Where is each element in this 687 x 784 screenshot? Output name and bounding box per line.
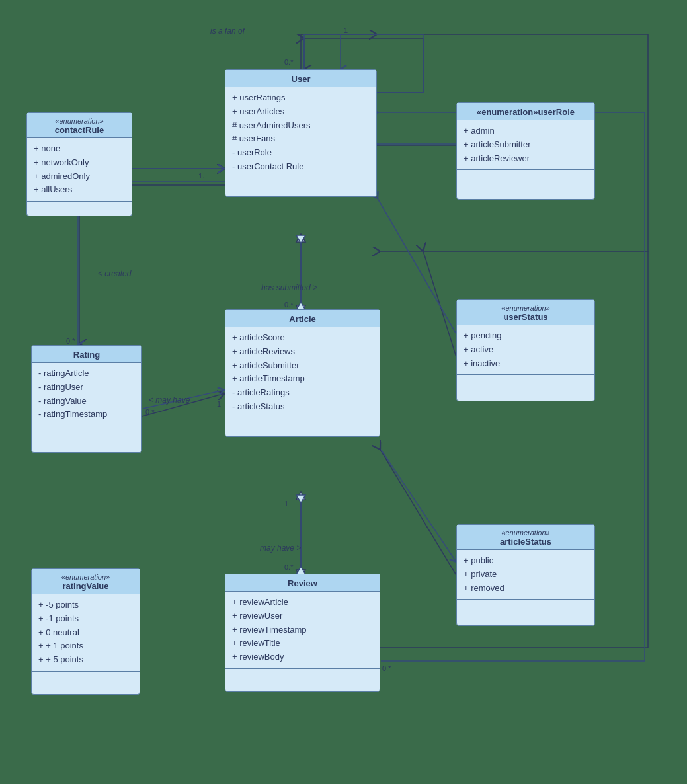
svg-line-14 — [423, 251, 456, 357]
rev-attr-2: + reviewUser — [232, 609, 373, 623]
may-have-2-label: may have > — [260, 543, 301, 553]
contact-rule-header: «enumeration» contactRule — [27, 113, 132, 138]
contact-rule-name: contactRule — [32, 125, 126, 135]
rv-name: ratingValue — [37, 581, 134, 591]
article-class-body: + articleScore + articleReviews + articl… — [225, 327, 380, 418]
user-attr-4: # userFans — [232, 132, 370, 146]
mult-0star-review: 0.* — [284, 563, 293, 571]
rv-body: + -5 points + -1 points + 0 neutral + + … — [32, 594, 140, 671]
as-footer — [457, 599, 594, 625]
cr-attr-1: + none — [34, 142, 125, 156]
svg-line-13 — [380, 450, 456, 575]
svg-line-26 — [381, 450, 456, 562]
created-label: < created — [98, 269, 131, 278]
contact-rule-class: «enumeration» contactRule + none + netwo… — [26, 112, 132, 216]
review-body: + reviewArticle + reviewUser + reviewTim… — [225, 592, 380, 668]
rat-attr-1: - ratingArticle — [38, 367, 135, 381]
rv-attr-1: + -5 points — [38, 598, 133, 612]
us-attr-2: + active — [464, 343, 588, 357]
art-attr-1: + articleScore — [232, 331, 373, 345]
rat-attr-4: - ratingTimestamp — [38, 408, 135, 422]
user-role-header: «enumeration»userRole — [457, 103, 594, 120]
article-status-header: «enumeration» articleStatus — [457, 525, 594, 550]
rv-attr-4: + + 1 points — [38, 639, 133, 653]
rat-attr-3: - ratingValue — [38, 395, 135, 409]
contact-rule-stereotype: «enumeration» — [32, 117, 126, 125]
rating-body: - ratingArticle - ratingUser - ratingVal… — [32, 363, 141, 426]
us-attr-1: + pending — [464, 329, 588, 343]
as-attr-1: + public — [464, 554, 588, 568]
user-role-body: + admin + articleSubmitter + articleRevi… — [457, 120, 594, 169]
rev-attr-4: + reviewTitle — [232, 637, 373, 650]
article-status-body: + public + private + removed — [457, 550, 594, 599]
article-footer — [225, 418, 380, 436]
as-attr-2: + private — [464, 568, 588, 582]
has-submitted-label: has submitted > — [261, 283, 317, 292]
mult-1-selfref: 1 — [344, 26, 348, 34]
rv-footer — [32, 671, 140, 694]
rat-footer — [32, 426, 141, 452]
ur-footer — [457, 169, 594, 199]
rv-attr-5: + + 5 points — [38, 653, 133, 667]
user-attr-5: - userRole — [232, 146, 370, 160]
review-footer — [225, 668, 380, 691]
user-class-body: + userRatings + userArticles # userAdmir… — [225, 87, 376, 178]
rv-attr-2: + -1 points — [38, 612, 133, 626]
article-class-name: Article — [231, 314, 374, 324]
cr-footer — [27, 201, 132, 216]
mult-0star-selfref: 0.* — [284, 58, 293, 66]
rev-attr-3: + reviewTimestamp — [232, 623, 373, 637]
rev-attr-5: + reviewBody — [232, 650, 373, 664]
ur-attr-1: + admin — [464, 124, 588, 138]
article-status-class: «enumeration» articleStatus + public + p… — [456, 524, 595, 626]
rating-header: Rating — [32, 346, 141, 363]
article-status-name: articleStatus — [462, 537, 589, 547]
is-a-fan-of-label: is a fan of — [210, 26, 245, 36]
rev-attr-1: + reviewArticle — [232, 596, 373, 609]
rating-value-class: «enumeration» ratingValue + -5 points + … — [31, 568, 140, 695]
svg-line-27 — [378, 198, 456, 334]
us-footer — [457, 374, 594, 401]
review-name: Review — [231, 578, 374, 588]
user-class-footer — [225, 178, 376, 196]
review-class: Review + reviewArticle + reviewUser + re… — [225, 574, 380, 692]
user-role-stereotype-name: «enumeration»userRole — [462, 107, 589, 117]
us-attr-3: + inactive — [464, 357, 588, 371]
cr-attr-3: + admiredOnly — [34, 170, 125, 184]
user-attr-1: + userRatings — [232, 91, 370, 105]
cr-attr-4: + allUsers — [34, 183, 125, 197]
mult-1-mayh: 1 — [217, 400, 221, 408]
cr-attr-2: + networkOnly — [34, 156, 125, 170]
user-class: User + userRatings + userArticles # user… — [225, 69, 377, 197]
mult-0star-article: 0.* — [284, 301, 293, 309]
ur-attr-2: + articleSubmitter — [464, 138, 588, 152]
user-class-header: User — [225, 70, 376, 87]
rv-attr-3: + 0 neutral — [38, 626, 133, 640]
article-class-header: Article — [225, 310, 380, 327]
svg-marker-12 — [296, 492, 305, 500]
rating-name: Rating — [37, 350, 136, 360]
may-have-label: < may have — [149, 395, 190, 405]
user-attr-3: # userAdmiredUsers — [232, 119, 370, 133]
ur-attr-3: + articleReviewer — [464, 152, 588, 166]
svg-marker-24 — [296, 495, 305, 503]
user-status-body: + pending + active + inactive — [457, 325, 594, 374]
mult-1-art-bottom: 1 — [284, 500, 288, 508]
user-attr-2: + userArticles — [232, 105, 370, 119]
user-role-class: «enumeration»userRole + admin + articleS… — [456, 102, 595, 200]
art-attr-3: + articleSubmitter — [232, 359, 373, 373]
mult-0star-mayh: 0.* — [145, 408, 154, 416]
article-class: Article + articleScore + articleReviews … — [225, 309, 380, 437]
rv-stereotype: «enumeration» — [37, 573, 134, 581]
art-attr-6: - articleStatus — [232, 400, 373, 414]
user-status-header: «enumeration» userStatus — [457, 300, 594, 325]
mult-0star-rev-user: 0.* — [382, 664, 391, 672]
art-attr-5: - articleRatings — [232, 386, 373, 400]
contact-rule-body: + none + networkOnly + admiredOnly + all… — [27, 138, 132, 201]
rat-attr-2: - ratingUser — [38, 381, 135, 395]
user-class-name: User — [231, 74, 371, 84]
article-status-stereotype: «enumeration» — [462, 529, 589, 537]
review-header: Review — [225, 574, 380, 592]
user-status-stereotype: «enumeration» — [462, 304, 589, 312]
svg-marker-8 — [296, 234, 305, 242]
